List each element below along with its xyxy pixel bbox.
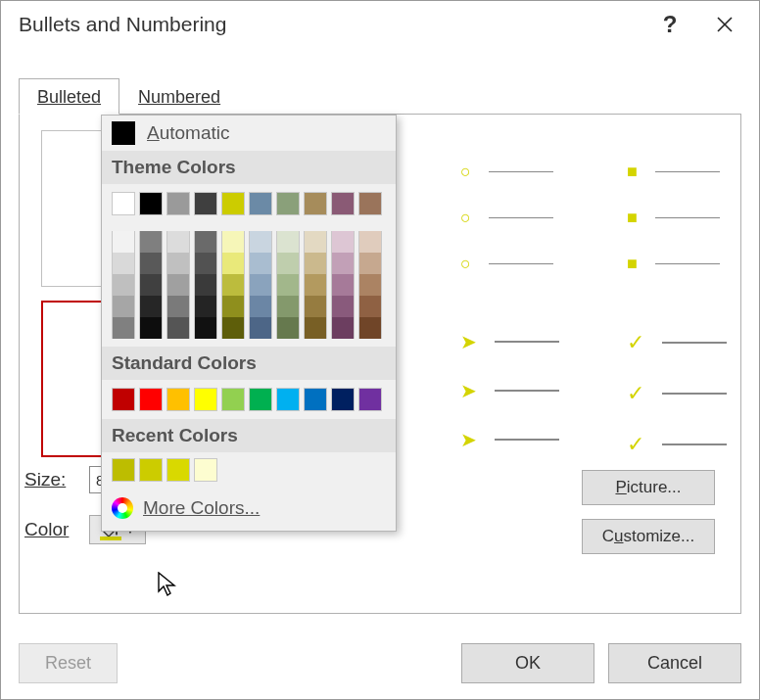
color-swatch[interactable]	[194, 274, 217, 296]
color-swatch[interactable]	[166, 388, 190, 411]
color-swatch[interactable]	[166, 192, 190, 215]
color-swatch[interactable]	[249, 192, 272, 215]
color-swatch[interactable]	[112, 388, 135, 411]
color-swatch[interactable]	[194, 296, 217, 317]
color-swatch[interactable]	[221, 296, 245, 317]
color-swatch[interactable]	[304, 317, 327, 339]
color-swatch[interactable]	[166, 231, 190, 253]
more-colors-row[interactable]: More Colors...	[102, 491, 396, 525]
recent-colors-grid	[102, 452, 396, 491]
color-swatch[interactable]	[194, 192, 217, 215]
color-swatch[interactable]	[331, 231, 355, 253]
color-swatch[interactable]	[358, 192, 382, 215]
color-swatch[interactable]	[358, 231, 382, 253]
color-swatch[interactable]	[221, 231, 245, 253]
color-swatch[interactable]	[112, 192, 135, 215]
color-swatch[interactable]	[139, 253, 163, 274]
color-swatch[interactable]	[194, 231, 217, 253]
color-swatch[interactable]	[276, 192, 300, 215]
color-swatch[interactable]	[166, 253, 190, 274]
color-swatch[interactable]	[139, 274, 163, 296]
color-swatch[interactable]	[112, 296, 135, 317]
color-swatch[interactable]	[276, 296, 300, 317]
color-swatch[interactable]	[221, 274, 245, 296]
color-swatch[interactable]	[304, 253, 327, 274]
bullets-numbering-dialog: Bullets and Numbering ? Bulleted Numbere…	[0, 0, 760, 700]
color-swatch[interactable]	[331, 253, 355, 274]
color-swatch[interactable]	[249, 296, 272, 317]
color-swatch[interactable]	[358, 317, 382, 339]
color-swatch[interactable]	[166, 317, 190, 339]
color-swatch[interactable]	[112, 274, 135, 296]
help-button[interactable]: ?	[647, 2, 692, 47]
color-swatch[interactable]	[304, 274, 327, 296]
color-swatch[interactable]	[221, 317, 245, 339]
color-swatch[interactable]	[276, 388, 300, 411]
check-bullet-icon: ✓	[627, 381, 644, 406]
color-swatch[interactable]	[358, 274, 382, 296]
color-swatch[interactable]	[166, 458, 190, 482]
color-swatch[interactable]	[166, 296, 190, 317]
gallery-item-arrow[interactable]: ➤ ➤ ➤	[441, 312, 579, 469]
gallery-item-check[interactable]: ✓ ✓ ✓	[607, 312, 746, 475]
color-swatch[interactable]	[276, 253, 300, 274]
recent-colors-header: Recent Colors	[102, 419, 396, 452]
color-swatch[interactable]	[221, 253, 245, 274]
color-swatch[interactable]	[139, 192, 163, 215]
color-swatch[interactable]	[221, 192, 245, 215]
color-swatch[interactable]	[276, 231, 300, 253]
color-swatch[interactable]	[276, 317, 300, 339]
picture-button[interactable]: Picture...	[582, 470, 715, 505]
close-button[interactable]	[702, 2, 747, 47]
color-swatch[interactable]	[331, 274, 355, 296]
dialog-title: Bullets and Numbering	[19, 13, 647, 36]
gallery-item-hollow-circle[interactable]: ○ ○ ○	[441, 144, 573, 292]
arrow-bullet-icon: ➤	[460, 330, 477, 353]
color-swatch[interactable]	[194, 253, 217, 274]
tab-bulleted[interactable]: Bulleted	[19, 78, 119, 115]
color-swatch[interactable]	[276, 274, 300, 296]
color-swatch[interactable]	[112, 231, 135, 253]
color-swatch[interactable]	[112, 253, 135, 274]
color-swatch[interactable]	[139, 458, 163, 482]
tab-numbered[interactable]: Numbered	[119, 78, 239, 115]
theme-colors-header: Theme Colors	[102, 151, 396, 184]
color-swatch[interactable]	[304, 388, 327, 411]
ok-button[interactable]: OK	[461, 643, 594, 683]
color-swatch[interactable]	[139, 317, 163, 339]
color-swatch[interactable]	[304, 192, 327, 215]
theme-colors-grid	[102, 184, 396, 223]
color-swatch[interactable]	[194, 388, 217, 411]
standard-colors-header: Standard Colors	[102, 347, 396, 380]
color-label: Color	[24, 519, 75, 540]
color-swatch[interactable]	[358, 296, 382, 317]
color-swatch[interactable]	[249, 253, 272, 274]
color-swatch[interactable]	[331, 317, 355, 339]
gallery-item-square[interactable]: ■ ■ ■	[607, 144, 739, 292]
color-swatch[interactable]	[166, 274, 190, 296]
color-swatch[interactable]	[358, 388, 382, 411]
automatic-swatch	[112, 121, 135, 145]
color-swatch[interactable]	[249, 274, 272, 296]
customize-button[interactable]: Customize...	[582, 519, 715, 554]
color-swatch[interactable]	[249, 317, 272, 339]
color-swatch[interactable]	[249, 231, 272, 253]
color-swatch[interactable]	[304, 231, 327, 253]
color-swatch[interactable]	[194, 317, 217, 339]
color-swatch[interactable]	[139, 231, 163, 253]
color-swatch[interactable]	[112, 317, 135, 339]
color-swatch[interactable]	[358, 253, 382, 274]
color-swatch[interactable]	[112, 458, 135, 482]
color-swatch[interactable]	[194, 458, 217, 482]
color-swatch[interactable]	[331, 296, 355, 317]
automatic-row[interactable]: Automatic	[102, 116, 396, 151]
cancel-button[interactable]: Cancel	[608, 643, 741, 683]
color-swatch[interactable]	[221, 388, 245, 411]
color-swatch[interactable]	[139, 388, 163, 411]
color-swatch[interactable]	[304, 296, 327, 317]
color-swatch[interactable]	[331, 388, 355, 411]
color-swatch[interactable]	[249, 388, 272, 411]
theme-tints-grid	[102, 223, 396, 347]
color-swatch[interactable]	[139, 296, 163, 317]
color-swatch[interactable]	[331, 192, 355, 215]
